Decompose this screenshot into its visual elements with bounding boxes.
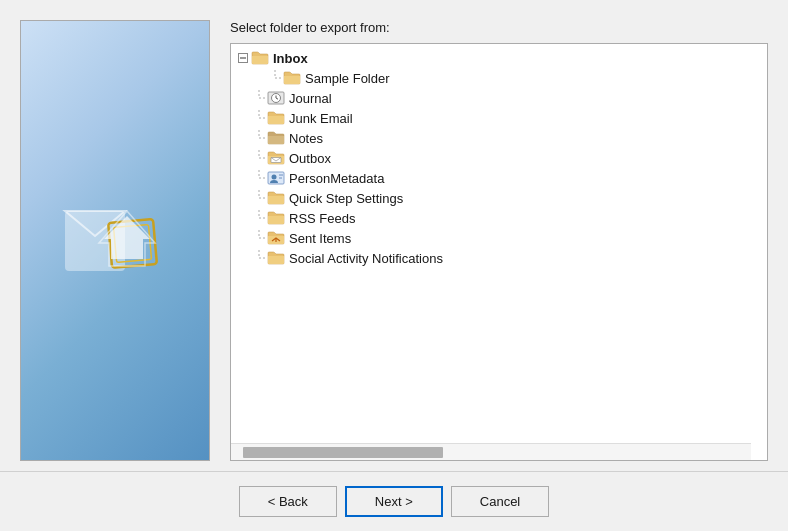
- tree-item-label-outbox: Outbox: [289, 151, 331, 166]
- tree-connector: [251, 150, 267, 166]
- main-content: Select folder to export from: InboxSampl…: [0, 0, 788, 471]
- tree-item-label-social-activity: Social Activity Notifications: [289, 251, 443, 266]
- tree-item-rss-feeds[interactable]: RSS Feeds: [231, 208, 767, 228]
- tree-item-person-metadata[interactable]: PersonMetadata: [231, 168, 767, 188]
- tree-item-label-junk-email: Junk Email: [289, 111, 353, 126]
- tree-container: InboxSample FolderJournalJunk EmailNotes…: [230, 43, 768, 461]
- tree-scroll-area[interactable]: InboxSample FolderJournalJunk EmailNotes…: [231, 44, 767, 442]
- folder-icon-inbox: [251, 50, 269, 66]
- tree-item-label-rss-feeds: RSS Feeds: [289, 211, 355, 226]
- tree-connector: [251, 130, 267, 146]
- h-scrollbar-thumb[interactable]: [243, 447, 443, 458]
- tree-item-label-notes: Notes: [289, 131, 323, 146]
- panel-label: Select folder to export from:: [230, 20, 768, 35]
- tree-item-label-sample-folder: Sample Folder: [305, 71, 390, 86]
- tree-item-label-journal: Journal: [289, 91, 332, 106]
- tree-connector: [251, 170, 267, 186]
- tree-item-junk-email[interactable]: Junk Email: [231, 108, 767, 128]
- tree-item-outbox[interactable]: Outbox: [231, 148, 767, 168]
- horizontal-scrollbar[interactable]: [231, 443, 751, 460]
- cancel-button[interactable]: Cancel: [451, 486, 549, 517]
- tree-connector: [251, 190, 267, 206]
- back-button[interactable]: < Back: [239, 486, 337, 517]
- svg-point-26: [272, 175, 277, 180]
- logo-panel: [20, 20, 210, 461]
- expand-icon[interactable]: [235, 50, 251, 66]
- folder-icon-sent-items: [267, 230, 285, 246]
- tree-item-label-sent-items: Sent Items: [289, 231, 351, 246]
- tree-item-sample-folder[interactable]: Sample Folder: [231, 68, 767, 88]
- tree-item-label-quick-step: Quick Step Settings: [289, 191, 403, 206]
- folder-icon-sample-folder: [283, 70, 301, 86]
- tree-connector: [251, 110, 267, 126]
- folder-icon-outbox: [267, 150, 285, 166]
- tree-item-journal[interactable]: Journal: [231, 88, 767, 108]
- folder-icon-notes: [267, 130, 285, 146]
- folder-icon-junk-email: [267, 110, 285, 126]
- folder-icon-journal: [267, 90, 285, 106]
- tree-item-label-inbox: Inbox: [273, 51, 308, 66]
- folder-icon-person-metadata: [267, 170, 285, 186]
- next-button[interactable]: Next >: [345, 486, 443, 517]
- folder-icon-social-activity: [267, 250, 285, 266]
- tree-connector: [251, 90, 267, 106]
- tree-connector: [251, 250, 267, 266]
- tree-item-social-activity[interactable]: Social Activity Notifications: [231, 248, 767, 268]
- tree-item-label-person-metadata: PersonMetadata: [289, 171, 384, 186]
- tree-item-notes[interactable]: Notes: [231, 128, 767, 148]
- tree-item-inbox[interactable]: Inbox: [231, 48, 767, 68]
- folder-panel: Select folder to export from: InboxSampl…: [230, 20, 768, 461]
- tree-connector: [251, 210, 267, 226]
- tree-item-sent-items[interactable]: Sent Items: [231, 228, 767, 248]
- tree-connector: [251, 230, 267, 246]
- folder-icon-quick-step: [267, 190, 285, 206]
- tree-item-quick-step[interactable]: Quick Step Settings: [231, 188, 767, 208]
- tree-connector: [267, 70, 283, 86]
- footer: < Back Next > Cancel: [0, 471, 788, 531]
- folder-icon-rss-feeds: [267, 210, 285, 226]
